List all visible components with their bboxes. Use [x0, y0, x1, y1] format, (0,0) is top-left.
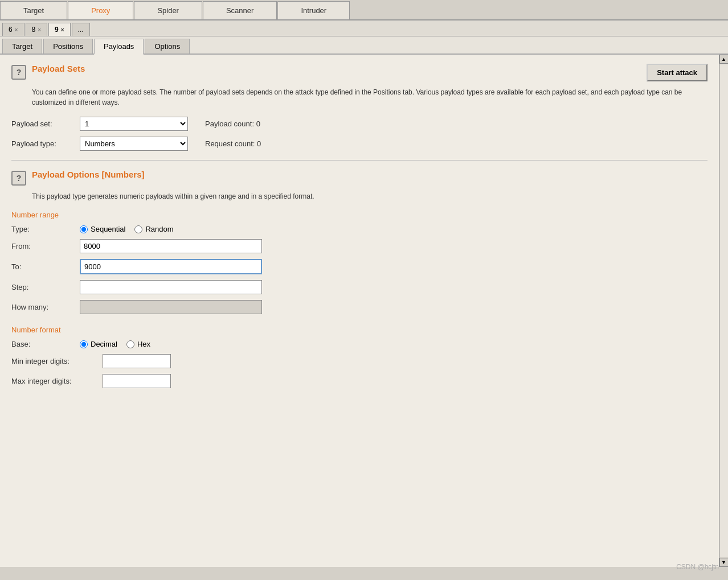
number-format-title: Number format: [11, 326, 707, 334]
scrollbar-track[interactable]: [720, 64, 728, 557]
scrollbar: ▲ ▼: [719, 55, 728, 567]
sub-tab-6[interactable]: 6 ×: [2, 23, 24, 36]
step-row: Step:: [11, 280, 707, 294]
max-int-label: Max integer digits:: [11, 377, 103, 385]
payload-sets-title: Payload Sets: [32, 64, 85, 73]
request-count-label: Request count: 0: [205, 139, 261, 148]
type-label: Type:: [11, 225, 80, 233]
scrollbar-up[interactable]: ▲: [719, 55, 729, 64]
sub-tab-8-close[interactable]: ×: [38, 27, 41, 33]
sub-tab-9-label: 9: [55, 26, 59, 34]
base-radio-group: Decimal Hex: [80, 340, 150, 348]
sub-tab-8[interactable]: 8 ×: [26, 23, 48, 36]
section-divider: [11, 160, 707, 161]
how-many-input[interactable]: [80, 300, 262, 314]
min-int-row: Min integer digits:: [11, 354, 707, 368]
payload-options-header: ? Payload Options [Numbers]: [11, 170, 707, 186]
tab-proxy[interactable]: Proxy: [68, 1, 133, 19]
payload-type-label: Payload type:: [11, 139, 80, 148]
type-row: Type: Sequential Random: [11, 225, 707, 233]
inner-tab-bar: Target Positions Payloads Options: [0, 36, 728, 55]
payload-set-label: Payload set:: [11, 120, 80, 128]
step-label: Step:: [11, 283, 80, 291]
start-attack-button[interactable]: Start attack: [647, 64, 707, 81]
sub-tab-6-close[interactable]: ×: [15, 27, 18, 33]
sub-tab-more[interactable]: ...: [72, 23, 90, 36]
sequential-radio[interactable]: [80, 225, 88, 233]
inner-tab-target[interactable]: Target: [2, 39, 42, 54]
hex-radio[interactable]: [126, 340, 134, 348]
inner-tab-positions[interactable]: Positions: [43, 39, 93, 54]
scrollbar-down[interactable]: ▼: [719, 558, 729, 567]
content-area: ? Payload Sets Start attack You can defi…: [0, 55, 719, 567]
hex-label: Hex: [137, 340, 150, 348]
random-label: Random: [145, 225, 173, 233]
how-many-row: How many:: [11, 300, 707, 314]
payload-type-row: Payload type: Simple list Runtime file C…: [11, 137, 707, 151]
step-input[interactable]: [80, 280, 262, 294]
tab-spider[interactable]: Spider: [134, 1, 202, 19]
decimal-radio-label[interactable]: Decimal: [80, 340, 117, 348]
number-range-title: Number range: [11, 211, 707, 219]
payload-options-desc: This payload type generates numeric payl…: [32, 191, 707, 201]
random-radio[interactable]: [134, 225, 142, 233]
payload-sets-help-btn[interactable]: ?: [11, 65, 26, 80]
hex-radio-label[interactable]: Hex: [126, 340, 150, 348]
inner-tab-options[interactable]: Options: [145, 39, 190, 54]
decimal-label: Decimal: [91, 340, 117, 348]
from-input[interactable]: [80, 239, 262, 253]
number-format-section: Number format Base: Decimal Hex Min: [11, 326, 707, 388]
payload-sets-desc: You can define one or more payload sets.…: [32, 87, 707, 108]
sub-tab-9[interactable]: 9 ×: [48, 23, 71, 36]
from-label: From:: [11, 242, 80, 250]
how-many-label: How many:: [11, 303, 80, 311]
type-radio-group: Sequential Random: [80, 225, 174, 233]
payload-set-row: Payload set: 1 2 3 Payload count: 0: [11, 117, 707, 131]
payload-count-label: Payload count: 0: [205, 120, 260, 128]
sequential-label: Sequential: [91, 225, 125, 233]
payload-count-value: 0: [256, 120, 260, 128]
main-content: ? Payload Sets Start attack You can defi…: [0, 55, 728, 567]
payload-set-select[interactable]: 1 2 3: [80, 117, 188, 131]
payload-options-title: Payload Options [Numbers]: [32, 170, 145, 179]
decimal-radio[interactable]: [80, 340, 88, 348]
tab-scanner[interactable]: Scanner: [203, 1, 277, 19]
sub-tab-6-label: 6: [9, 26, 13, 34]
tab-target[interactable]: Target: [0, 1, 67, 19]
from-row: From:: [11, 239, 707, 253]
sub-tab-8-label: 8: [32, 26, 36, 34]
max-int-input[interactable]: [103, 374, 171, 388]
base-label: Base:: [11, 340, 80, 348]
sub-tab-9-close[interactable]: ×: [61, 27, 64, 33]
max-int-row: Max integer digits:: [11, 374, 707, 388]
to-label: To:: [11, 262, 80, 271]
tab-intruder[interactable]: Intruder: [277, 1, 350, 19]
top-tab-bar: Target Proxy Spider Scanner Intruder: [0, 0, 728, 20]
watermark: CSDN @hcjtn: [676, 563, 719, 571]
request-count-value: 0: [257, 139, 261, 148]
to-row: To:: [11, 259, 707, 274]
base-row: Base: Decimal Hex: [11, 340, 707, 348]
sub-tab-more-label: ...: [78, 26, 84, 34]
payload-options-help-btn[interactable]: ?: [11, 171, 26, 186]
random-radio-label[interactable]: Random: [134, 225, 173, 233]
min-int-label: Min integer digits:: [11, 357, 103, 365]
min-int-input[interactable]: [103, 354, 171, 368]
inner-tab-payloads[interactable]: Payloads: [94, 39, 144, 55]
to-input[interactable]: [80, 259, 262, 274]
payload-type-select[interactable]: Simple list Runtime file Custom iterator…: [80, 137, 188, 151]
sub-tab-bar: 6 × 8 × 9 × ...: [0, 20, 728, 36]
sequential-radio-label[interactable]: Sequential: [80, 225, 125, 233]
payload-sets-header: ? Payload Sets Start attack: [11, 64, 707, 81]
